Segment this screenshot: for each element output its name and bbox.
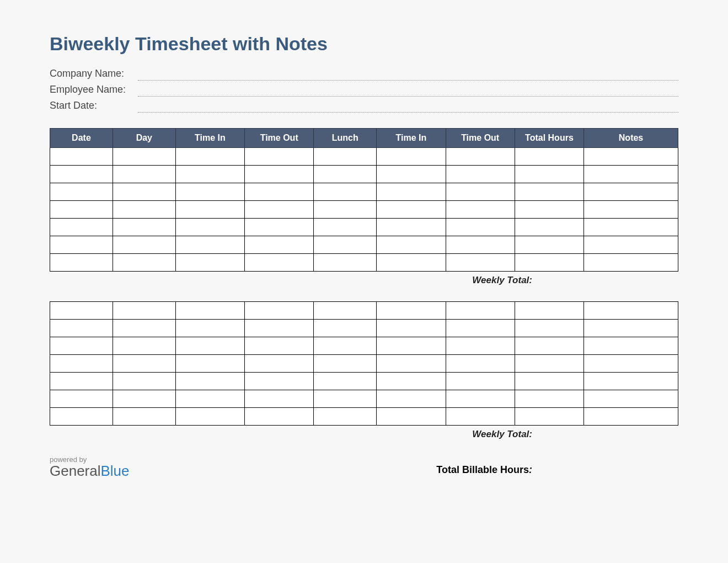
table-cell[interactable] (377, 390, 446, 408)
table-cell[interactable] (377, 236, 446, 254)
table-cell[interactable] (584, 201, 678, 219)
table-cell[interactable] (314, 166, 377, 183)
table-cell[interactable] (175, 320, 244, 337)
table-cell[interactable] (50, 408, 113, 426)
table-cell[interactable] (515, 166, 584, 183)
table-cell[interactable] (584, 373, 678, 390)
table-cell[interactable] (515, 302, 584, 320)
table-cell[interactable] (314, 254, 377, 272)
table-cell[interactable] (515, 320, 584, 337)
table-cell[interactable] (175, 355, 244, 373)
table-cell[interactable] (113, 302, 175, 320)
table-cell[interactable] (584, 320, 678, 337)
table-cell[interactable] (314, 219, 377, 236)
table-cell[interactable] (377, 355, 446, 373)
table-cell[interactable] (446, 166, 515, 183)
table-cell[interactable] (377, 408, 446, 426)
table-cell[interactable] (175, 166, 244, 183)
table-cell[interactable] (377, 148, 446, 166)
table-cell[interactable] (314, 320, 377, 337)
table-cell[interactable] (377, 320, 446, 337)
table-cell[interactable] (245, 183, 314, 201)
table-cell[interactable] (515, 254, 584, 272)
table-cell[interactable] (377, 337, 446, 355)
table-cell[interactable] (175, 236, 244, 254)
table-cell[interactable] (515, 219, 584, 236)
table-cell[interactable] (584, 254, 678, 272)
table-cell[interactable] (50, 166, 113, 183)
table-cell[interactable] (245, 355, 314, 373)
table-cell[interactable] (245, 320, 314, 337)
table-cell[interactable] (50, 148, 113, 166)
table-cell[interactable] (515, 201, 584, 219)
table-cell[interactable] (50, 254, 113, 272)
table-cell[interactable] (113, 201, 175, 219)
table-cell[interactable] (446, 219, 515, 236)
table-cell[interactable] (113, 148, 175, 166)
employee-input-line[interactable] (138, 86, 678, 97)
table-cell[interactable] (584, 166, 678, 183)
table-cell[interactable] (314, 236, 377, 254)
table-cell[interactable] (175, 302, 244, 320)
table-cell[interactable] (314, 183, 377, 201)
table-cell[interactable] (314, 390, 377, 408)
table-cell[interactable] (113, 236, 175, 254)
table-cell[interactable] (377, 373, 446, 390)
table-cell[interactable] (245, 390, 314, 408)
table-cell[interactable] (175, 183, 244, 201)
table-cell[interactable] (584, 302, 678, 320)
table-cell[interactable] (446, 337, 515, 355)
table-cell[interactable] (584, 337, 678, 355)
table-cell[interactable] (584, 148, 678, 166)
table-cell[interactable] (175, 408, 244, 426)
table-cell[interactable] (50, 337, 113, 355)
table-cell[interactable] (377, 166, 446, 183)
table-cell[interactable] (314, 302, 377, 320)
table-cell[interactable] (314, 148, 377, 166)
table-cell[interactable] (175, 254, 244, 272)
table-cell[interactable] (113, 183, 175, 201)
table-cell[interactable] (446, 408, 515, 426)
table-cell[interactable] (50, 183, 113, 201)
table-cell[interactable] (245, 302, 314, 320)
table-cell[interactable] (314, 355, 377, 373)
table-cell[interactable] (446, 148, 515, 166)
table-cell[interactable] (377, 302, 446, 320)
table-cell[interactable] (515, 373, 584, 390)
table-cell[interactable] (113, 355, 175, 373)
start-date-input-line[interactable] (138, 102, 678, 113)
table-cell[interactable] (584, 390, 678, 408)
table-cell[interactable] (245, 148, 314, 166)
table-cell[interactable] (515, 408, 584, 426)
table-cell[interactable] (113, 166, 175, 183)
table-cell[interactable] (113, 408, 175, 426)
table-cell[interactable] (245, 408, 314, 426)
table-cell[interactable] (50, 320, 113, 337)
table-cell[interactable] (446, 236, 515, 254)
table-cell[interactable] (314, 201, 377, 219)
table-cell[interactable] (113, 390, 175, 408)
table-cell[interactable] (377, 201, 446, 219)
table-cell[interactable] (175, 373, 244, 390)
table-cell[interactable] (245, 219, 314, 236)
table-cell[interactable] (446, 183, 515, 201)
table-cell[interactable] (515, 148, 584, 166)
table-cell[interactable] (446, 254, 515, 272)
table-cell[interactable] (50, 390, 113, 408)
table-cell[interactable] (446, 373, 515, 390)
table-cell[interactable] (50, 219, 113, 236)
table-cell[interactable] (446, 355, 515, 373)
table-cell[interactable] (515, 337, 584, 355)
table-cell[interactable] (245, 166, 314, 183)
table-cell[interactable] (446, 390, 515, 408)
table-cell[interactable] (515, 183, 584, 201)
table-cell[interactable] (446, 320, 515, 337)
table-cell[interactable] (113, 219, 175, 236)
table-cell[interactable] (113, 373, 175, 390)
table-cell[interactable] (175, 201, 244, 219)
table-cell[interactable] (314, 373, 377, 390)
table-cell[interactable] (245, 201, 314, 219)
table-cell[interactable] (377, 183, 446, 201)
table-cell[interactable] (113, 320, 175, 337)
table-cell[interactable] (50, 355, 113, 373)
